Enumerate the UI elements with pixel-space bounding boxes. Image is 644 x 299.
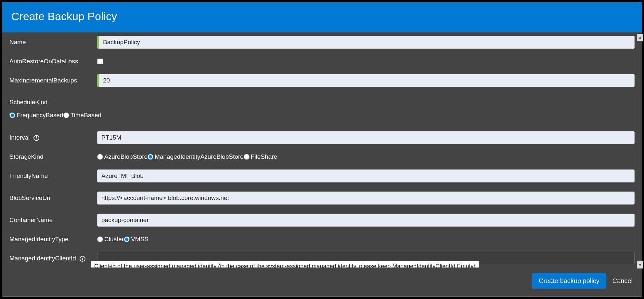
label-containername: ContainerName: [9, 217, 97, 224]
info-icon[interactable]: i: [33, 135, 39, 141]
label-autorestore: AutoRestoreOnDataLoss: [9, 58, 97, 65]
radio-vmss-label: VMSS: [131, 236, 148, 243]
radio-cluster[interactable]: Cluster: [97, 236, 124, 243]
cancel-button[interactable]: Cancel: [612, 277, 633, 285]
radio-cluster-input[interactable]: [97, 236, 103, 242]
label-storagekind: StorageKind: [9, 153, 97, 160]
radio-managedidentityazureblobstore[interactable]: ManagedIdentityAzureBlobStore: [148, 153, 244, 160]
radio-timebased-input[interactable]: [63, 112, 69, 118]
dialog-title: Create Backup Policy: [2, 2, 642, 32]
row-maxinc: MaxIncrementalBackups: [9, 74, 635, 87]
scroll-up-arrow[interactable]: ▲: [637, 34, 643, 41]
row-containername: ContainerName: [9, 214, 635, 227]
radio-azureblobstore-label: AzureBlobStore: [104, 153, 148, 160]
row-blobserviceuri: BlobServiceUri: [9, 192, 635, 205]
blobserviceuri-input[interactable]: [97, 192, 635, 205]
autorestore-checkbox[interactable]: [97, 58, 103, 64]
label-blobserviceuri: BlobServiceUri: [9, 194, 97, 202]
row-managedidentitytype: ManagedIdentityType Cluster VMSS: [9, 236, 635, 243]
label-interval-text: Interval: [9, 134, 30, 141]
label-name: Name: [9, 39, 97, 46]
row-storagekind: StorageKind AzureBlobStore ManagedIdenti…: [9, 153, 635, 160]
radio-azureblobstore[interactable]: AzureBlobStore: [97, 153, 148, 160]
row-interval: Interval i: [9, 131, 635, 144]
radio-fileshare[interactable]: FileShare: [244, 153, 277, 160]
label-managedidentityclientid-text: ManagedIdentityClientId: [9, 255, 76, 262]
radio-timebased[interactable]: TimeBased: [63, 112, 101, 119]
radio-vmss-input[interactable]: [124, 236, 130, 242]
label-managedidentityclientid: ManagedIdentityClientId i: [9, 255, 97, 262]
create-backup-policy-button[interactable]: Create backup policy: [532, 273, 606, 289]
name-input[interactable]: [97, 36, 635, 49]
radio-timebased-label: TimeBased: [71, 112, 101, 119]
label-managedidentitytype: ManagedIdentityType: [9, 236, 97, 243]
radio-cluster-label: Cluster: [104, 236, 124, 243]
label-schedulekind: ScheduleKind: [9, 99, 635, 106]
radio-managedidentityazureblobstore-input[interactable]: [148, 154, 153, 160]
info-icon[interactable]: i: [80, 256, 85, 262]
radio-frequencybased[interactable]: FrequencyBased: [9, 112, 63, 119]
radio-fileshare-input[interactable]: [244, 154, 250, 160]
dialog-footer: Create backup policy Cancel: [2, 268, 642, 296]
interval-input[interactable]: [97, 131, 635, 144]
radio-vmss[interactable]: VMSS: [124, 236, 148, 243]
radio-fileshare-label: FileShare: [251, 153, 277, 160]
scroll-down-arrow[interactable]: ▼: [637, 261, 643, 268]
managedidentitytype-radiogroup: Cluster VMSS: [97, 236, 148, 243]
maxinc-input[interactable]: [97, 74, 635, 87]
radio-azureblobstore-input[interactable]: [97, 154, 103, 160]
containername-input[interactable]: [97, 214, 635, 227]
storagekind-radiogroup: AzureBlobStore ManagedIdentityAzureBlobS…: [97, 153, 277, 160]
friendlyname-input[interactable]: [97, 169, 635, 182]
schedulekind-radiogroup: FrequencyBased TimeBased: [9, 112, 635, 119]
label-interval: Interval i: [9, 134, 97, 141]
row-name: Name: [9, 36, 635, 49]
row-autorestore: AutoRestoreOnDataLoss: [9, 58, 635, 65]
row-friendlyname: FriendlyName: [9, 169, 635, 182]
label-maxinc: MaxIncrementalBackups: [9, 77, 97, 84]
radio-frequencybased-input[interactable]: [9, 112, 15, 118]
label-friendlyname: FriendlyName: [9, 172, 97, 180]
create-backup-policy-dialog: Create Backup Policy Name AutoRestoreOnD…: [2, 2, 642, 297]
managedidentityclientid-tooltip: Client-id of the user-assigned managed i…: [91, 261, 479, 268]
dialog-body: Name AutoRestoreOnDataLoss MaxIncrementa…: [2, 32, 642, 268]
radio-managedidentityazureblobstore-label: ManagedIdentityAzureBlobStore: [155, 153, 244, 160]
radio-frequencybased-label: FrequencyBased: [17, 112, 63, 119]
